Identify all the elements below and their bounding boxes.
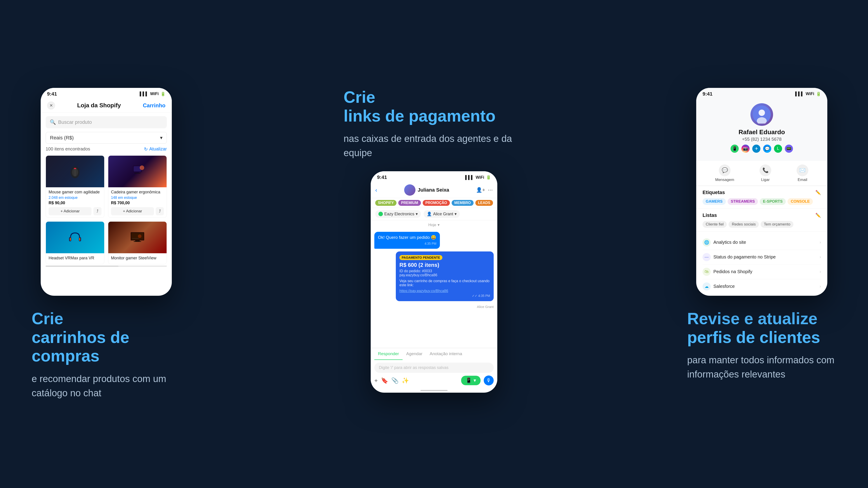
social-icons-row: 📱 📷 ✈ 💬 L 📟 [703,144,821,153]
listas-section: Listas ✏️ Cliente fiel Redes sociais Tem… [696,209,827,232]
items-bar: 100 itens encontrados ↻ Atualizar [46,147,167,152]
cart-button[interactable]: Carrinho [143,102,165,109]
integrations-section: 🌐 Analytics do site › — Status do pagame… [696,232,827,296]
home-bar-2 [421,390,447,391]
svg-rect-14 [131,233,143,240]
integration-salesforce[interactable]: ☁ Salesforce › [703,279,821,294]
call-action-label: Ligar [761,177,770,182]
p2-tabs: Responder Agendar Anotação interna [371,348,497,360]
received-message-1: Ok! Quero fazer um pedido 😄 4:35 PM [374,232,440,249]
product-card-monitor2[interactable]: Monitor gamer SteelView [108,221,167,264]
message-text-1: Ok! Quero fazer um pedido 😄 [378,234,436,240]
tag-premium: PREMIUM [398,200,421,206]
listas-edit-icon[interactable]: ✏️ [815,213,821,218]
integration-analytics[interactable]: 🌐 Analytics do site › [703,235,821,250]
instagram-icon-sm[interactable]: 📷 [741,144,749,153]
message-input[interactable]: Digite '/' para abrir as respostas salva… [374,363,494,373]
viber-icon-sm[interactable]: 📟 [785,144,793,153]
messenger-icon-sm[interactable]: 💬 [763,144,771,153]
whatsapp-icon-sm[interactable]: 📱 [731,144,739,153]
profile-phone: +55 (82) 1234 5678 [703,137,821,142]
message-action-label: Mensagem [715,177,734,182]
line-icon-sm[interactable]: L [774,144,782,153]
tag-promocao: PROMOÇÃO [423,200,450,206]
dropdown-icon: ▾ [160,135,162,141]
search-placeholder: Buscar produto [58,119,92,125]
svg-rect-11 [70,238,71,241]
product-name-mouse: Mouse gamer com agilidade [49,190,101,195]
product-name-headset: Headset VRMax para VR [49,256,101,261]
to-selector[interactable]: 👤 Alice Grant ▾ [424,210,460,218]
product-card-mouse[interactable]: Mouse gamer com agilidade 2.048 em estoq… [46,156,104,218]
avatar-svg [753,105,771,124]
telegram-icon-sm[interactable]: ✈ [752,144,761,153]
svg-point-3 [74,168,76,169]
product-card-headset[interactable]: Headset VRMax para VR [46,221,104,264]
integration-stripe[interactable]: — Status do pagamento no Stripe › [703,250,821,265]
tab-responder[interactable]: Responder [374,348,403,360]
col3: 9:41 ▌▌▌ WiFi 🔋 [683,88,841,382]
refresh-icon: ↻ [144,147,148,152]
svg-point-8 [140,165,144,170]
email-action-label: Email [798,177,807,182]
mic-button[interactable]: 🎙 [484,376,494,385]
products-grid: Mouse gamer com agilidade 2.048 em estoq… [41,156,172,264]
etiquetas-edit-icon[interactable]: ✏️ [815,190,821,195]
contact-name-2: Juliana Seixa [418,187,449,193]
action-call[interactable]: 📞 Ligar [760,164,771,182]
tab-agendar[interactable]: Agendar [403,348,426,360]
refresh-button[interactable]: ↻ Atualizar [144,147,167,152]
search-bar[interactable]: 🔍 Buscar produto [46,116,167,128]
magic-icon[interactable]: ✨ [402,377,409,384]
integration-shopify[interactable]: 🛍 Pedidos na Shopify › [703,265,821,279]
etiquetas-header: Etiquetas ✏️ [703,190,821,195]
col1: 9:41 ▌▌▌ WiFi 🔋 ✕ Loja da Shopify Carrin… [27,88,185,400]
attach-icon[interactable]: 📎 [391,377,399,384]
analytics-icon: 🌐 [703,238,711,247]
payment-link-short: pay.eazybuy.co/Bhca86 [399,273,490,277]
salesforce-icon: ☁ [703,283,711,291]
product-stock-mouse: 2.048 em estoque [49,196,101,200]
messages-container: Ok! Quero fazer um pedido 😄 4:35 PM PAGA… [371,230,497,348]
salesforce-name: Salesforce [713,284,735,289]
svg-rect-15 [135,240,140,241]
person-add-icon[interactable]: 👤+ [476,187,485,193]
wifi-icon-2: WiFi [475,175,484,180]
p2-tags: SHOPIFY PREMIUM PROMOÇÃO MEMBRO LEADS [371,198,497,208]
tab-anotacao[interactable]: Anotação interna [426,348,466,360]
from-selector[interactable]: Eazy Electronics ▾ [375,210,421,218]
back-button[interactable]: ‹ [375,187,377,194]
list-tag-cliente: Cliente fiel [703,221,727,228]
currency-selector[interactable]: Reais (R$) ▾ [46,132,167,144]
close-button[interactable]: ✕ [47,101,55,109]
action-email[interactable]: ✉️ Email [797,164,808,182]
product-card-chair[interactable]: Cadeira gamer ergonômica 148 em estoque … [108,156,167,218]
time-2: 9:41 [377,174,387,180]
add-to-cart-chair[interactable]: + Adicionar [111,207,154,215]
status-bar-3: 9:41 ▌▌▌ WiFi 🔋 [696,88,827,99]
listas-tags: Cliente fiel Redes sociais Tem orçamento [703,221,821,228]
input-actions: + 🔖 📎 ✨ 📱 ▾ 🎙 [374,376,494,385]
signal-icon: ▌▌▌ [140,92,148,96]
share-mouse[interactable]: ⤴ [93,207,101,215]
analytics-name: Analytics do site [713,240,746,245]
product-img-headset [46,222,104,253]
plus-icon[interactable]: + [374,377,378,384]
time-3: 9:41 [703,91,712,97]
share-chair[interactable]: ⤴ [156,207,164,215]
product-img-chair [108,156,166,187]
whatsapp-icon: 📱 [466,378,472,383]
add-to-cart-mouse[interactable]: + Adicionar [49,207,92,215]
salesforce-left: ☁ Salesforce [703,283,735,291]
eazy-icon [378,212,383,216]
col2-description: nas caixas de entrada dos agentes e da e… [344,131,524,160]
store-title: Loja da Shopify [77,102,121,109]
bookmark-icon[interactable]: 🔖 [381,377,388,384]
action-message[interactable]: 💬 Mensagem [715,164,734,182]
product-info-monitor2: Monitor gamer SteelView [108,253,166,264]
status-icons-2: ▌▌▌ WiFi 🔋 [465,175,491,180]
payment-link[interactable]: https://pay.eazybuy.co/Bhca86 [399,289,490,293]
battery-icon-3: 🔋 [816,92,821,96]
more-options-icon[interactable]: ⋯ [488,187,493,193]
whatsapp-send-button[interactable]: 📱 ▾ [461,376,480,385]
